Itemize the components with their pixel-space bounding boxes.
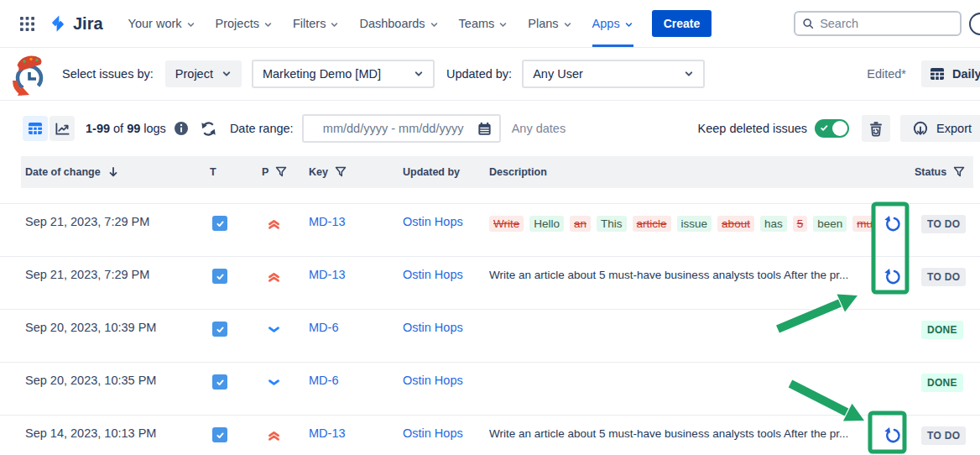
cell-status: DONE: [913, 321, 980, 339]
project-select[interactable]: Marketing Demo [MD]: [252, 60, 435, 88]
date-range-input[interactable]: [310, 122, 477, 135]
issue-key-link[interactable]: MD-6: [309, 321, 338, 334]
help-icon[interactable]: [969, 13, 980, 35]
cell-key: MD-13: [309, 268, 403, 281]
issue-history-page: Jira Your workProjectsFiltersDashboardsT…: [0, 0, 980, 455]
filter-bar: Select issues by: Project Marketing Demo…: [0, 48, 980, 101]
revert-button[interactable]: [884, 268, 902, 286]
create-button[interactable]: Create: [652, 10, 712, 37]
priority-highest-icon: [267, 269, 281, 284]
cell-type: [210, 215, 258, 231]
search-input[interactable]: [820, 17, 953, 30]
column-header-date-of-change[interactable]: Date of change: [25, 166, 210, 178]
filter-funnel-icon[interactable]: [275, 166, 287, 178]
info-button[interactable]: [174, 121, 189, 136]
nav-item-label: Filters: [293, 17, 326, 30]
cell-description: Write an article about 5 must-have busin…: [489, 426, 873, 440]
check-icon: [820, 123, 829, 133]
cell-key: MD-6: [309, 374, 403, 387]
filter-funnel-icon[interactable]: [953, 166, 965, 178]
updated-by-link[interactable]: Ostin Hops: [403, 426, 463, 440]
revert-button[interactable]: [884, 215, 902, 233]
issue-key-link[interactable]: MD-13: [309, 215, 346, 228]
column-label: T: [210, 166, 216, 178]
jira-mark-icon: [49, 14, 67, 33]
chevron-down-icon: [498, 20, 508, 29]
nav-item-label: Apps: [592, 17, 620, 30]
column-header-type[interactable]: T: [210, 166, 258, 178]
cell-type: [210, 268, 258, 284]
updated-by-link[interactable]: Ostin Hops: [403, 321, 463, 334]
nav-item-your-work[interactable]: Your work: [128, 0, 195, 47]
cell-description: [489, 321, 873, 322]
issue-key-link[interactable]: MD-13: [309, 426, 346, 440]
nav-item-label: Teams: [459, 17, 495, 30]
top-nav: Jira Your workProjectsFiltersDashboardsT…: [0, 0, 980, 48]
revert-button[interactable]: [884, 426, 902, 445]
issue-key-link[interactable]: MD-13: [309, 268, 346, 281]
chevron-down-icon: [684, 69, 694, 79]
refresh-button[interactable]: [200, 120, 217, 138]
column-label: Date of change: [25, 166, 101, 178]
updated-by-link[interactable]: Ostin Hops: [403, 374, 463, 387]
filter-funnel-icon[interactable]: [335, 166, 347, 178]
diff-token-removed: article: [633, 216, 671, 232]
column-header-updated-by[interactable]: Updated by: [403, 166, 489, 178]
cell-type: [210, 321, 258, 337]
nav-item-apps[interactable]: Apps: [592, 0, 633, 47]
diff-token-removed: an: [570, 216, 591, 232]
task-type-icon: [212, 322, 227, 337]
calendar-icon[interactable]: [477, 121, 493, 137]
app-switcher-icon[interactable]: [15, 12, 39, 35]
cell-revert: [873, 215, 913, 233]
cell-updated-by: Ostin Hops: [403, 268, 489, 281]
cell-priority: [258, 426, 309, 445]
nav-item-plans[interactable]: Plans: [528, 0, 571, 47]
search-box[interactable]: [794, 11, 962, 36]
priority-low-icon: [267, 375, 281, 390]
table-view-button[interactable]: [23, 116, 48, 141]
cell-key: MD-13: [309, 215, 403, 228]
column-header-priority[interactable]: P: [258, 166, 309, 178]
nav-item-projects[interactable]: Projects: [216, 0, 273, 47]
logs-unit: logs: [143, 122, 166, 135]
nav-item-teams[interactable]: Teams: [459, 0, 508, 47]
logs-of: of: [113, 122, 123, 135]
priority-highest-icon: [267, 217, 281, 231]
issue-selector-dropdown[interactable]: Project: [165, 60, 242, 87]
status-badge: DONE: [921, 374, 963, 392]
updated-by-select[interactable]: Any User: [522, 60, 705, 88]
cell-status: DONE: [913, 374, 980, 392]
restore-icon: [884, 268, 902, 286]
nav-item-dashboards[interactable]: Dashboards: [359, 0, 438, 47]
daily-view-button[interactable]: Daily a: [921, 60, 980, 87]
sort-descending-icon[interactable]: [107, 166, 119, 178]
column-header-description[interactable]: Description: [489, 166, 866, 178]
column-header-key[interactable]: Key: [309, 166, 403, 178]
main-nav: Your workProjectsFiltersDashboardsTeamsP…: [128, 0, 633, 47]
date-range-field[interactable]: [302, 114, 501, 143]
export-button[interactable]: Export: [900, 115, 980, 142]
description-text: Write an article about 5 must-have busin…: [489, 269, 848, 281]
priority-highest-icon: [267, 428, 281, 442]
cell-updated-by: Ostin Hops: [403, 215, 489, 228]
cell-updated-by: Ostin Hops: [403, 426, 489, 440]
chart-view-button[interactable]: [50, 116, 75, 141]
table-row: Sep 21, 2023, 7:29 PM MD-13Ostin HopsWri…: [0, 256, 980, 309]
status-badge: TO DO: [921, 268, 966, 286]
cell-updated-by: Ostin Hops: [403, 321, 489, 334]
issue-key-link[interactable]: MD-6: [309, 374, 338, 387]
cell-updated-by: Ostin Hops: [403, 374, 489, 387]
nav-item-filters[interactable]: Filters: [293, 0, 339, 47]
export-button-label: Export: [936, 122, 972, 135]
toggle-knob: [832, 121, 847, 136]
column-header-status[interactable]: Status: [906, 166, 973, 178]
jira-logo[interactable]: Jira: [49, 14, 103, 34]
updated-by-link[interactable]: Ostin Hops: [403, 215, 463, 228]
restore-icon: [884, 215, 902, 233]
description-diff: WriteHelloanThisarticleissueabouthas5bee…: [489, 216, 873, 232]
updated-by-link[interactable]: Ostin Hops: [403, 268, 463, 281]
deleted-issues-trash-button[interactable]: [862, 115, 890, 142]
keep-deleted-toggle[interactable]: [815, 119, 849, 138]
table-toolbar: 1-99 of 99 logs Date range:: [0, 101, 980, 156]
